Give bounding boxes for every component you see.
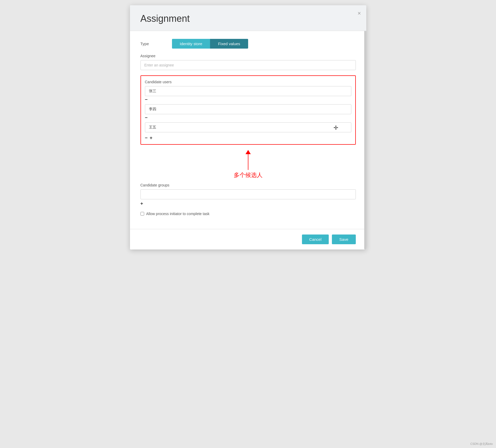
candidate-groups-input[interactable]	[140, 189, 356, 199]
type-row: Type Identity store Fixed values	[140, 39, 356, 49]
watermark: CSDN @北风toto	[470, 442, 493, 446]
remove-last-user-button[interactable]: −	[145, 136, 148, 140]
save-button[interactable]: Save	[332, 235, 356, 244]
annotation-text: 多个候选人	[234, 171, 263, 179]
arrow-head	[246, 150, 251, 154]
add-group-button[interactable]: +	[140, 201, 143, 206]
type-label: Type	[140, 41, 172, 46]
add-user-button[interactable]: +	[150, 136, 153, 140]
candidate-user-input-3[interactable]	[145, 122, 351, 132]
cancel-button[interactable]: Cancel	[302, 235, 329, 244]
type-button-group: Identity store Fixed values	[172, 39, 248, 49]
assignee-input[interactable]	[140, 60, 356, 70]
red-arrow: 多个候选人	[234, 150, 263, 179]
candidate-user-row-3: ✛	[145, 122, 351, 133]
candidate-user-input-2[interactable]	[145, 104, 351, 114]
allow-initiator-row: Allow process initiator to complete task	[140, 212, 356, 216]
close-button[interactable]: ×	[358, 11, 361, 16]
dialog-footer: Cancel Save	[130, 229, 366, 249]
allow-initiator-label: Allow process initiator to complete task	[146, 212, 210, 216]
allow-initiator-checkbox[interactable]	[140, 212, 144, 216]
candidate-input-wrapper-3: ✛	[145, 122, 351, 133]
candidate-groups-section: Candidate groups +	[140, 183, 356, 206]
dialog-header: Assignment ×	[130, 5, 366, 31]
arrow-line	[248, 154, 248, 170]
assignee-label: Assignee	[140, 54, 356, 58]
annotation-container: 多个候选人	[140, 150, 356, 179]
candidate-user-input-1[interactable]	[145, 86, 351, 96]
assignment-dialog: Assignment × Type Identity store Fixed v…	[130, 5, 366, 249]
dialog-body: Type Identity store Fixed values Assigne…	[130, 31, 366, 229]
identity-store-button[interactable]: Identity store	[172, 39, 210, 49]
candidate-users-label: Candidate users	[145, 80, 351, 84]
candidate-user-row-1: −	[145, 86, 351, 102]
remove-user-1-button[interactable]: −	[145, 97, 148, 102]
candidate-groups-label: Candidate groups	[140, 183, 356, 187]
scrollbar[interactable]	[364, 5, 366, 249]
assignee-section: Assignee	[140, 54, 356, 70]
remove-user-2-button[interactable]: −	[145, 115, 148, 120]
candidate-users-box: Candidate users − − ✛ − +	[140, 75, 356, 145]
minus-plus-row: − +	[145, 136, 351, 140]
page-title: Assignment	[140, 13, 356, 24]
fixed-values-button[interactable]: Fixed values	[210, 39, 248, 49]
candidate-user-row-2: −	[145, 104, 351, 120]
